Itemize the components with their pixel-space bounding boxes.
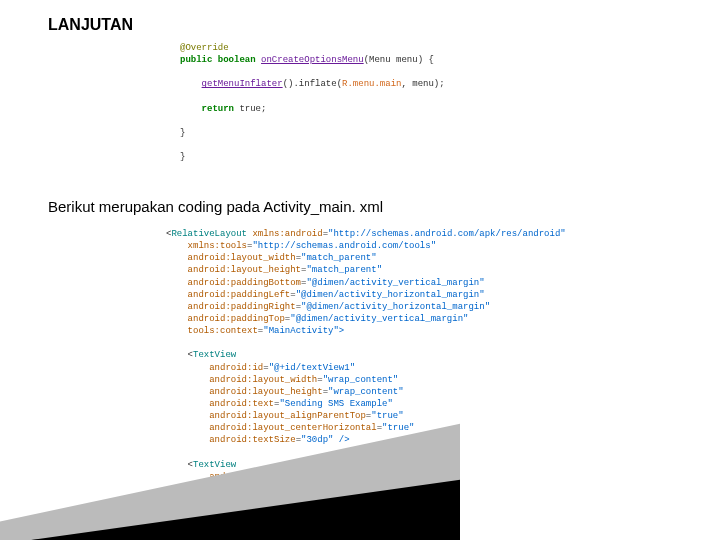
section-caption: Berikut merupakan coding pada Activity_m…: [48, 198, 383, 215]
decorative-stripes: [0, 460, 410, 540]
page-title: LANJUTAN: [48, 16, 133, 34]
java-code-block: @Override public boolean onCreateOptions…: [180, 42, 445, 163]
